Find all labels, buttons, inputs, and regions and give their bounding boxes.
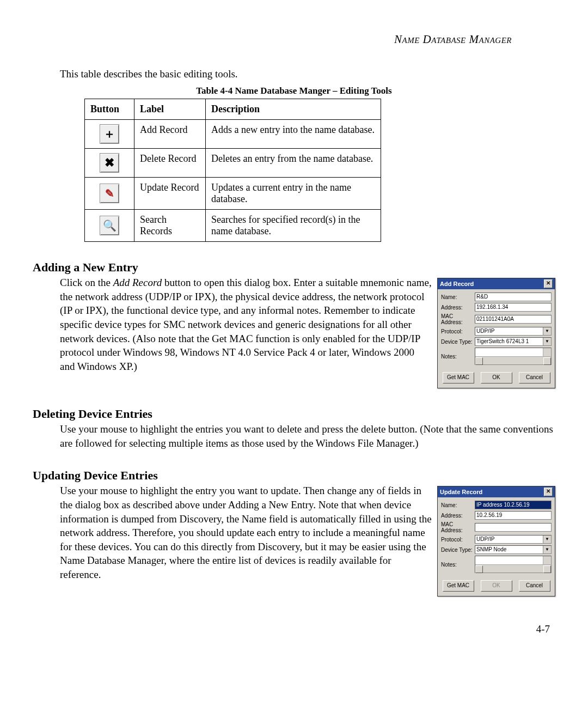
delete-record-icon: ✖: [100, 153, 119, 173]
icon-cell: 🔍: [85, 210, 134, 242]
label-cell: Add Record: [134, 120, 206, 149]
get-mac-button[interactable]: Get MAC: [443, 580, 474, 592]
label-cell: Search Records: [134, 210, 206, 242]
description-cell: Deletes an entry from the name database.: [206, 149, 381, 178]
ok-button[interactable]: OK: [481, 580, 512, 592]
label-name: Name:: [441, 294, 475, 300]
description-cell: Adds a new entry into the name database.: [206, 120, 381, 149]
heading-adding: Adding a New Entry: [33, 260, 555, 275]
table-row: ✎Update RecordUpdates a current entry in…: [85, 178, 381, 210]
dialog-titlebar[interactable]: Add Record ✕: [438, 278, 555, 289]
label-protocol: Protocol:: [441, 328, 475, 334]
scrollbar-horizontal[interactable]: [475, 356, 551, 364]
name-field[interactable]: IP address 10.2.56.19: [475, 501, 552, 509]
device-type-dropdown[interactable]: SNMP Node: [475, 545, 552, 554]
address-field[interactable]: 192.168.1.34: [475, 303, 552, 312]
add-record-dialog: Add Record ✕ Name:R&D Address:192.168.1.…: [437, 278, 555, 388]
dialog-titlebar[interactable]: Update Record ✕: [438, 486, 555, 497]
dialog-title: Add Record: [440, 281, 474, 287]
device-type-dropdown[interactable]: TigerSwitch 6724L3 1: [475, 337, 552, 346]
protocol-dropdown[interactable]: UDP/IP: [475, 327, 552, 336]
table-caption: Table 4-4 Name Database Manger – Editing…: [33, 86, 555, 96]
label-cell: Delete Record: [134, 149, 206, 178]
ok-button[interactable]: OK: [481, 372, 512, 384]
update-record-icon: ✎: [100, 184, 119, 203]
deleting-paragraph: Use your mouse to highlight the entries …: [60, 422, 555, 450]
intro-text: This table describes the basic editing t…: [60, 68, 555, 80]
label-device-type: Device Type:: [441, 339, 475, 345]
page-number: 4-7: [536, 623, 550, 635]
table-row: 🔍Search RecordsSearches for specified re…: [85, 210, 381, 242]
notes-field[interactable]: [475, 348, 552, 365]
table-row: ＋Add RecordAdds a new entry into the nam…: [85, 120, 381, 149]
editing-tools-table: Button Label Description ＋Add RecordAdds…: [84, 99, 381, 242]
scrollbar-vertical[interactable]: [543, 556, 551, 565]
icon-cell: ✎: [85, 178, 134, 210]
cancel-button[interactable]: Cancel: [519, 580, 550, 592]
dialog-title: Update Record: [440, 489, 482, 495]
label-notes: Notes:: [441, 562, 475, 568]
table-row: ✖Delete RecordDeletes an entry from the …: [85, 149, 381, 178]
label-mac: MAC Address:: [441, 521, 475, 533]
scrollbar-horizontal[interactable]: [475, 564, 551, 573]
col-header-label: Label: [134, 99, 206, 120]
icon-cell: ＋: [85, 120, 134, 149]
protocol-dropdown[interactable]: UDP/IP: [475, 535, 552, 544]
label-address: Address:: [441, 305, 475, 311]
label-mac: MAC Address:: [441, 313, 475, 325]
label-name: Name:: [441, 502, 475, 508]
get-mac-button[interactable]: Get MAC: [443, 372, 474, 384]
col-header-description: Description: [206, 99, 381, 120]
running-head: Name Database Manager: [33, 33, 512, 46]
mac-field[interactable]: 021101241A0A: [475, 315, 552, 324]
update-record-dialog: Update Record ✕ Name:IP address 10.2.56.…: [437, 486, 555, 597]
close-icon[interactable]: ✕: [544, 488, 553, 496]
label-address: Address:: [441, 513, 475, 519]
heading-updating: Updating Device Entries: [33, 468, 555, 483]
add-record-icon: ＋: [100, 124, 119, 144]
name-field[interactable]: R&D: [475, 293, 552, 301]
mac-field[interactable]: [475, 523, 552, 532]
col-header-button: Button: [85, 99, 134, 120]
label-device-type: Device Type:: [441, 547, 475, 553]
description-cell: Searches for specified record(s) in the …: [206, 210, 381, 242]
label-notes: Notes:: [441, 354, 475, 360]
scrollbar-vertical[interactable]: [543, 348, 551, 357]
cancel-button[interactable]: Cancel: [519, 372, 550, 384]
icon-cell: ✖: [85, 149, 134, 178]
search-records-icon: 🔍: [100, 216, 119, 235]
notes-field[interactable]: [475, 556, 552, 573]
description-cell: Updates a current entry in the name data…: [206, 178, 381, 210]
address-field[interactable]: 10.2.56.19: [475, 511, 552, 520]
close-icon[interactable]: ✕: [544, 279, 553, 288]
label-protocol: Protocol:: [441, 537, 475, 543]
heading-deleting: Deleting Device Entries: [33, 407, 555, 421]
label-cell: Update Record: [134, 178, 206, 210]
